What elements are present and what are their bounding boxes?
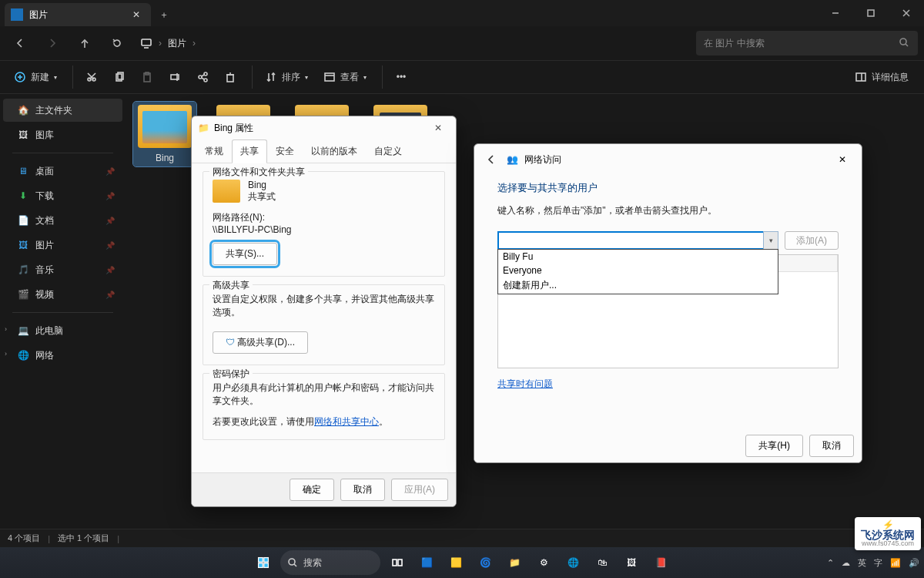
cancel-button[interactable]: 取消 xyxy=(809,435,854,457)
details-icon xyxy=(855,71,867,83)
close-button[interactable] xyxy=(889,0,924,26)
share-button[interactable] xyxy=(190,65,215,89)
folder-item[interactable]: Bing xyxy=(133,102,196,166)
settings-taskbar[interactable]: ⚙ xyxy=(531,550,556,575)
dialog-titlebar[interactable]: 📁 Bing 属性 ✕ xyxy=(192,116,456,139)
tab-previous-versions[interactable]: 以前的版本 xyxy=(303,139,366,163)
cancel-button[interactable]: 取消 xyxy=(340,479,385,501)
tab-close-button[interactable]: ✕ xyxy=(129,8,143,22)
home-icon: 🏠 xyxy=(17,104,29,116)
file-explorer-taskbar[interactable]: 📁 xyxy=(502,550,527,575)
paste-button[interactable] xyxy=(135,65,159,89)
sidebar-item-network[interactable]: ›🌐网络 xyxy=(3,344,122,367)
close-button[interactable]: ✕ xyxy=(427,117,450,139)
start-button[interactable] xyxy=(251,550,276,575)
sidebar-item-gallery[interactable]: 🖼图库 xyxy=(3,123,122,146)
share-confirm-button[interactable]: 共享(H) xyxy=(745,435,803,457)
sidebar-item-music[interactable]: 🎵音乐📌 xyxy=(3,258,122,281)
up-button[interactable] xyxy=(71,31,99,55)
group-title: 密码保护 xyxy=(209,368,253,381)
new-tab-button[interactable]: ＋ xyxy=(151,3,177,26)
address-bar[interactable]: › 图片 › xyxy=(140,37,196,50)
back-button[interactable] xyxy=(482,153,500,166)
minimize-button[interactable] xyxy=(818,0,853,26)
cut-button[interactable] xyxy=(79,65,104,89)
sidebar-item-desktop[interactable]: 🖥桌面📌 xyxy=(3,160,122,183)
svg-rect-27 xyxy=(227,75,233,82)
ok-button[interactable]: 确定 xyxy=(290,479,334,501)
sidebar-item-pictures[interactable]: 🖼图片📌 xyxy=(3,234,122,257)
sidebar-item-documents[interactable]: 📄文档📌 xyxy=(3,209,122,232)
watermark-text: 飞沙系统网 xyxy=(861,529,915,540)
pin-icon: 📌 xyxy=(105,217,115,225)
sidebar-item-videos[interactable]: 🎬视频📌 xyxy=(3,283,122,306)
volume-tray-icon[interactable]: 🔊 xyxy=(909,558,919,568)
apply-button[interactable]: 应用(A) xyxy=(391,479,448,501)
taskbar-app[interactable]: 🖼 xyxy=(619,550,644,575)
search-placeholder: 在 图片 中搜索 xyxy=(704,37,765,50)
sidebar-item-thispc[interactable]: ›💻此电脑 xyxy=(3,319,122,342)
ime-indicator[interactable]: 英 xyxy=(858,557,866,569)
back-button[interactable] xyxy=(6,31,34,55)
sort-button[interactable]: 排序 ▾ xyxy=(259,65,314,89)
onedrive-tray-icon[interactable]: ☁ xyxy=(842,558,850,568)
tray-chevron-up-icon[interactable]: ⌃ xyxy=(827,558,834,568)
delete-button[interactable] xyxy=(218,65,243,89)
pin-icon: 📌 xyxy=(105,266,115,274)
tab-customize[interactable]: 自定义 xyxy=(366,139,410,163)
share-state: 共享式 xyxy=(248,190,276,203)
dropdown-arrow-button[interactable]: ▾ xyxy=(763,231,778,250)
advanced-sharing-button[interactable]: 🛡 高级共享(D)... xyxy=(213,331,308,354)
sidebar-item-downloads[interactable]: ⬇下载📌 xyxy=(3,184,122,207)
details-pane-toggle[interactable]: 详细信息 xyxy=(847,71,916,84)
taskbar-search[interactable]: 搜索 xyxy=(280,550,380,575)
svg-line-26 xyxy=(202,78,204,79)
separator: | xyxy=(117,534,119,543)
rename-button[interactable] xyxy=(162,65,187,89)
item-count: 4 个项目 xyxy=(8,533,40,544)
trash-icon xyxy=(224,71,236,83)
svg-line-41 xyxy=(294,564,296,566)
sidebar-item-home[interactable]: 🏠主文件夹 xyxy=(3,99,122,122)
refresh-button[interactable] xyxy=(103,31,131,55)
widgets-button[interactable]: 🟦 xyxy=(414,550,439,575)
tab-general[interactable]: 常规 xyxy=(196,139,232,163)
add-button[interactable]: 添加(A) xyxy=(785,231,839,250)
network-icon: 🌐 xyxy=(17,349,29,361)
dropdown-option[interactable]: Everyone xyxy=(498,264,778,277)
taskbar-app[interactable]: 🟨 xyxy=(444,550,468,575)
ime-mode[interactable]: 字 xyxy=(874,557,882,569)
store-taskbar[interactable]: 🛍 xyxy=(590,550,614,575)
view-button[interactable]: 查看 ▾ xyxy=(317,65,373,89)
copy-button[interactable] xyxy=(107,65,132,89)
tab-sharing[interactable]: 共享 xyxy=(232,139,267,163)
breadcrumb-segment[interactable]: 图片 xyxy=(168,37,186,50)
taskbar-app[interactable]: 📕 xyxy=(648,550,673,575)
more-button[interactable]: ••• xyxy=(389,65,413,89)
network-center-link[interactable]: 网络和共享中心 xyxy=(314,416,379,427)
network-access-dialog: 👥 网络访问 ✕ 选择要与其共享的用户 键入名称，然后单击"添加"，或者单击箭头… xyxy=(474,143,862,463)
downloads-icon: ⬇ xyxy=(17,190,29,202)
selected-count: 选中 1 个项目 xyxy=(58,533,109,544)
svg-rect-43 xyxy=(398,560,402,566)
user-input[interactable] xyxy=(497,231,778,250)
close-button[interactable]: ✕ xyxy=(831,149,854,170)
group-title: 网络文件和文件夹共享 xyxy=(209,166,308,179)
network-tray-icon[interactable]: 📶 xyxy=(890,558,901,568)
tab-pictures[interactable]: 图片 ✕ xyxy=(5,3,151,26)
music-icon: 🎵 xyxy=(17,264,29,276)
dialog-body: 选择要与其共享的用户 键入名称，然后单击"添加"，或者单击箭头查找用户。 ▾ B… xyxy=(474,175,862,402)
edge-taskbar[interactable]: 🌐 xyxy=(561,550,585,575)
maximize-button[interactable] xyxy=(853,0,889,26)
taskbar-app[interactable]: 🌀 xyxy=(473,550,497,575)
search-input[interactable]: 在 图片 中搜索 xyxy=(696,31,918,55)
tab-security[interactable]: 安全 xyxy=(267,139,303,163)
new-button[interactable]: 新建 ▾ xyxy=(8,65,63,89)
trouble-sharing-link[interactable]: 共享时有问题 xyxy=(497,378,553,391)
dropdown-option[interactable]: Billy Fu xyxy=(498,250,778,264)
share-button[interactable]: 共享(S)... xyxy=(213,243,277,265)
dialog-title: Bing 属性 xyxy=(214,122,253,135)
task-view-button[interactable] xyxy=(385,550,410,575)
dropdown-option[interactable]: 创建新用户... xyxy=(498,277,778,294)
forward-button[interactable] xyxy=(38,31,66,55)
